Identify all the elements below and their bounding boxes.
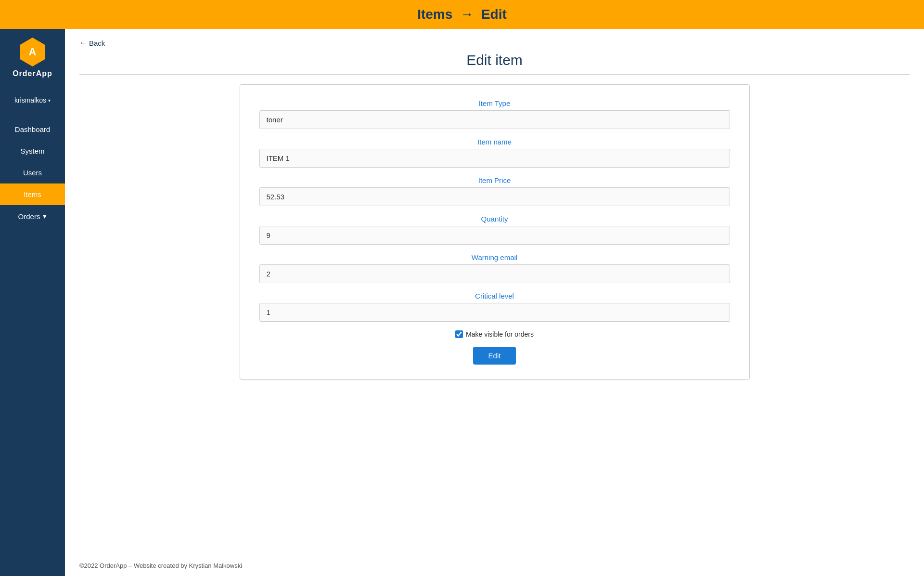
logo-icon: A [18, 38, 47, 66]
orders-label: Orders [18, 212, 40, 221]
sidebar-item-dashboard[interactable]: Dashboard [0, 118, 65, 140]
critical-level-input[interactable] [259, 303, 730, 322]
back-label: Back [89, 39, 105, 47]
item-type-group: Item Type [259, 99, 730, 129]
quantity-label: Quantity [259, 215, 730, 223]
title-divider [79, 74, 910, 75]
sidebar: A OrderApp krismalkos ▾ Dashboard System… [0, 29, 65, 576]
header-arrow: → [460, 7, 474, 22]
critical-level-group: Critical level [259, 292, 730, 322]
item-name-label: Item name [259, 138, 730, 146]
critical-level-label: Critical level [259, 292, 730, 300]
item-price-input[interactable] [259, 187, 730, 206]
user-dropdown-caret: ▾ [48, 98, 51, 103]
form-card: Item Type Item name Item Price [240, 84, 750, 380]
item-type-label: Item Type [259, 99, 730, 107]
back-arrow-icon: ← [79, 39, 87, 47]
item-name-input[interactable] [259, 149, 730, 168]
warning-email-label: Warning email [259, 253, 730, 262]
page-title: Edit item [79, 52, 910, 68]
logo-text: OrderApp [13, 69, 52, 78]
sidebar-user[interactable]: krismalkos ▾ [0, 87, 65, 114]
main-content: ← Back Edit item Item Type Item name [65, 29, 924, 576]
item-type-input[interactable] [259, 110, 730, 129]
back-link[interactable]: ← Back [79, 39, 105, 47]
footer: ©2022 OrderApp – Website created by Krys… [65, 555, 924, 576]
warning-email-group: Warning email [259, 253, 730, 283]
quantity-input[interactable] [259, 226, 730, 245]
edit-button[interactable]: Edit [473, 347, 516, 365]
sidebar-item-system[interactable]: System [0, 140, 65, 162]
logo-letter: A [29, 46, 37, 58]
sidebar-item-items[interactable]: Items [0, 183, 65, 205]
sidebar-nav: Dashboard System Users Items Orders ▾ [0, 118, 65, 227]
sidebar-item-users[interactable]: Users [0, 162, 65, 183]
item-price-group: Item Price [259, 176, 730, 206]
item-price-label: Item Price [259, 176, 730, 184]
sidebar-username: krismalkos [14, 96, 46, 104]
make-visible-row: Make visible for orders [259, 330, 730, 338]
item-name-group: Item name [259, 138, 730, 168]
warning-email-input[interactable] [259, 264, 730, 283]
header-title-items: Items [417, 7, 452, 22]
make-visible-checkbox[interactable] [455, 330, 463, 338]
sidebar-item-orders[interactable]: Orders ▾ [0, 205, 65, 227]
footer-text: ©2022 OrderApp – Website created by Krys… [79, 562, 242, 569]
top-header: Items → Edit [0, 0, 924, 29]
orders-caret: ▾ [43, 212, 47, 221]
sidebar-logo: A OrderApp [0, 29, 65, 87]
quantity-group: Quantity [259, 215, 730, 245]
make-visible-label: Make visible for orders [466, 330, 534, 338]
header-title-edit: Edit [481, 7, 507, 22]
